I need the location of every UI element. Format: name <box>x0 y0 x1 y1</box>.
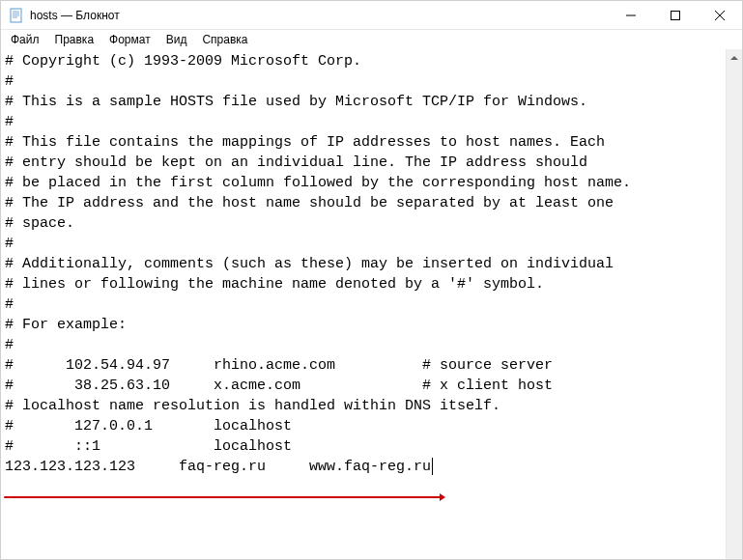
text-line: # localhost name resolution is handled w… <box>5 396 722 416</box>
text-line: # be placed in the first column followed… <box>5 173 722 193</box>
close-button[interactable] <box>698 1 742 29</box>
text-line: # <box>5 71 722 92</box>
window-controls <box>609 1 742 29</box>
text-line: # 38.25.63.10 x.acme.com # x client host <box>5 376 722 396</box>
vertical-scrollbar[interactable] <box>726 49 742 559</box>
text-line: # For example: <box>5 315 722 335</box>
menubar: Файл Правка Формат Вид Справка <box>1 30 742 49</box>
highlight-underline <box>4 496 443 498</box>
text-line: # lines or following the machine name de… <box>5 274 722 294</box>
text-line: # <box>5 112 722 132</box>
menu-file[interactable]: Файл <box>3 31 47 48</box>
text-line: # <box>5 335 722 355</box>
menu-edit[interactable]: Правка <box>47 31 102 48</box>
text-line: # ::1 localhost <box>5 436 722 457</box>
minimize-button[interactable] <box>609 1 653 29</box>
maximize-button[interactable] <box>653 1 698 29</box>
text-caret <box>432 458 433 475</box>
text-line: 123.123.123.123 faq-reg.ru www.faq-reg.r… <box>5 457 722 477</box>
menu-view[interactable]: Вид <box>158 31 195 48</box>
window-title: hosts — Блокнот <box>30 9 609 22</box>
titlebar: hosts — Блокнот <box>1 1 742 30</box>
menu-help[interactable]: Справка <box>194 31 255 48</box>
text-line: # This file contains the mappings of IP … <box>5 132 722 153</box>
text-line: # This is a sample HOSTS file used by Mi… <box>5 92 722 112</box>
text-line: # <box>5 234 722 254</box>
menu-format[interactable]: Формат <box>101 31 158 48</box>
scroll-up-arrow[interactable] <box>727 49 742 66</box>
notepad-icon <box>9 8 24 23</box>
text-line: # <box>5 294 722 315</box>
text-line: # space. <box>5 213 722 234</box>
text-line: # Additionally, comments (such as these)… <box>5 254 722 274</box>
svg-rect-6 <box>672 11 680 19</box>
svg-marker-9 <box>730 56 738 60</box>
text-line: # 127.0.0.1 localhost <box>5 416 722 436</box>
text-editor[interactable]: # Copyright (c) 1993-2009 Microsoft Corp… <box>1 49 726 559</box>
text-line: # The IP address and the host name shoul… <box>5 193 722 213</box>
text-line: # 102.54.94.97 rhino.acme.com # source s… <box>5 355 722 376</box>
text-line: # entry should be kept on an individual … <box>5 153 722 173</box>
editor-area: # Copyright (c) 1993-2009 Microsoft Corp… <box>1 49 742 559</box>
text-line: # Copyright (c) 1993-2009 Microsoft Corp… <box>5 51 722 71</box>
